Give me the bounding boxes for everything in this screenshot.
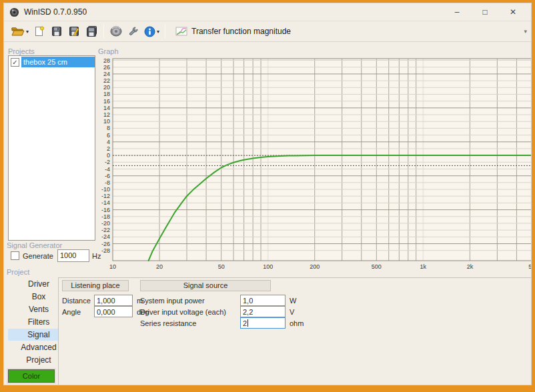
svg-text:-22: -22 xyxy=(101,227,110,233)
generate-checkbox[interactable] xyxy=(11,251,19,260)
svg-text:-26: -26 xyxy=(101,241,110,247)
project-list-item[interactable]: ✓thebox 25 cm xyxy=(9,56,95,68)
color-button-label: Color xyxy=(23,372,40,380)
field-row: System input power1,0W xyxy=(140,295,354,306)
svg-text:-2: -2 xyxy=(105,159,110,165)
toolbar-overflow-button[interactable]: ▾ xyxy=(524,28,528,35)
signal-generator-caption: Signal Generator xyxy=(7,241,62,249)
svg-text:18: 18 xyxy=(103,91,110,97)
driver-editor-button[interactable] xyxy=(107,23,125,40)
driver-input-voltage-each--input[interactable]: 2,2 xyxy=(240,306,286,317)
svg-text:20: 20 xyxy=(156,263,163,270)
color-button[interactable]: Color xyxy=(8,369,55,383)
svg-text:8: 8 xyxy=(107,125,110,131)
wrench-icon xyxy=(128,26,139,37)
svg-text:-20: -20 xyxy=(101,220,110,227)
angle-input[interactable]: 0,000 xyxy=(94,306,133,317)
open-button[interactable]: ▾ xyxy=(9,23,31,40)
text-caret xyxy=(247,319,248,327)
title-bar: WinISD 0.7.0.950 – □ ✕ xyxy=(4,3,531,21)
svg-text:28: 28 xyxy=(103,57,110,64)
svg-text:24: 24 xyxy=(103,71,110,77)
svg-text:-4: -4 xyxy=(105,166,110,173)
project-name: thebox 25 cm xyxy=(21,57,95,67)
signal-settings-panel: Listening place Distance1,000mAngle0,000… xyxy=(58,277,532,385)
svg-text:2: 2 xyxy=(107,145,110,152)
system-input-power-label: System input power xyxy=(140,297,240,305)
svg-text:-14: -14 xyxy=(101,199,110,206)
new-project-button[interactable] xyxy=(31,23,48,40)
chart-icon xyxy=(175,26,187,37)
field-unit: ohm xyxy=(290,319,304,327)
field-unit: W xyxy=(290,297,296,305)
maximize-button[interactable]: □ xyxy=(474,5,496,19)
window-title: WinISD 0.7.0.950 xyxy=(24,7,87,17)
series-resistance-input[interactable]: 2 xyxy=(240,317,286,329)
save-as-button[interactable] xyxy=(65,23,83,40)
svg-text:6: 6 xyxy=(107,132,110,139)
svg-text:-12: -12 xyxy=(101,193,110,199)
series-resistance-label: Series resistance xyxy=(140,319,240,327)
svg-text:20: 20 xyxy=(103,84,110,91)
svg-text:10: 10 xyxy=(109,263,116,270)
svg-text:-8: -8 xyxy=(105,179,110,186)
svg-text:-10: -10 xyxy=(101,186,110,193)
svg-text:50: 50 xyxy=(218,263,225,270)
svg-text:-18: -18 xyxy=(101,213,110,220)
field-row: Driver input voltage (each)2,2V xyxy=(140,306,354,317)
project-checkbox[interactable]: ✓ xyxy=(11,58,19,67)
about-button[interactable]: ▾ xyxy=(142,23,161,40)
projects-caption: Projects xyxy=(8,47,35,55)
svg-text:5k: 5k xyxy=(528,263,532,270)
svg-text:4: 4 xyxy=(107,139,110,145)
app-icon xyxy=(9,7,19,17)
svg-text:22: 22 xyxy=(103,77,110,84)
view-selector-label: Transfer function magnitude xyxy=(191,27,291,36)
open-folder-icon xyxy=(11,26,25,37)
save-all-icon xyxy=(86,26,97,37)
view-selector[interactable]: Transfer function magnitude xyxy=(171,25,295,38)
svg-text:200: 200 xyxy=(310,263,320,270)
svg-text:-16: -16 xyxy=(101,207,110,213)
save-icon xyxy=(51,26,62,37)
window-frame: WinISD 0.7.0.950 – □ ✕ ▾▾ Transfer funct… xyxy=(0,0,535,392)
distance-label: Distance xyxy=(62,297,94,305)
save-all-button[interactable] xyxy=(83,23,100,40)
svg-text:2k: 2k xyxy=(467,263,474,270)
driver-icon xyxy=(110,26,122,37)
svg-text:16: 16 xyxy=(103,98,110,105)
svg-text:26: 26 xyxy=(103,64,110,71)
svg-text:14: 14 xyxy=(103,105,110,111)
field-row: Series resistance2ohm xyxy=(140,317,354,329)
projects-list[interactable]: ✓thebox 25 cm xyxy=(8,55,95,241)
save-button[interactable] xyxy=(48,23,65,40)
svg-text:-6: -6 xyxy=(105,173,110,179)
svg-text:-28: -28 xyxy=(101,247,110,254)
chart-svg: 2826242220181614121086420-2-4-6-8-10-12-… xyxy=(98,55,532,275)
tools-button[interactable] xyxy=(125,23,142,40)
distance-input[interactable]: 1,000 xyxy=(94,295,133,306)
save-as-icon xyxy=(69,26,79,37)
project-caption: Project xyxy=(7,268,29,276)
listening-place-header: Listening place xyxy=(62,280,129,291)
minimize-button[interactable]: – xyxy=(446,5,468,19)
svg-text:-24: -24 xyxy=(101,233,110,240)
app-window: WinISD 0.7.0.950 – □ ✕ ▾▾ Transfer funct… xyxy=(3,3,532,385)
driver-input-voltage-each--label: Driver input voltage (each) xyxy=(140,308,240,316)
svg-text:0: 0 xyxy=(107,152,110,159)
field-unit: V xyxy=(290,308,294,316)
dropdown-caret-icon: ▾ xyxy=(157,29,159,35)
signal-source-group: Signal source System input power1,0WDriv… xyxy=(140,278,354,329)
svg-text:12: 12 xyxy=(103,111,110,118)
generator-frequency-input[interactable]: 1000 xyxy=(57,249,89,262)
angle-label: Angle xyxy=(62,308,94,316)
transfer-function-chart: 2826242220181614121086420-2-4-6-8-10-12-… xyxy=(98,55,532,277)
toolbar: ▾▾ Transfer function magnitude ▾ xyxy=(4,21,531,42)
svg-text:1k: 1k xyxy=(420,263,427,270)
info-icon xyxy=(144,26,155,37)
system-input-power-input[interactable]: 1,0 xyxy=(240,295,286,306)
close-button[interactable]: ✕ xyxy=(502,5,524,19)
svg-text:100: 100 xyxy=(263,263,273,270)
svg-text:10: 10 xyxy=(103,118,110,125)
toolbar-separator xyxy=(103,24,104,39)
